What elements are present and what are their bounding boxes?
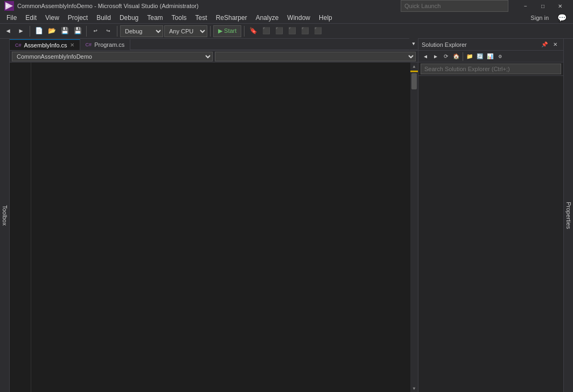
tab-scroll-button[interactable]: ▼ [409,38,418,50]
scroll-thumb[interactable] [411,73,417,89]
extra-button-3[interactable]: ⬛ [286,25,298,37]
vs-logo-icon [4,1,14,11]
forward-button[interactable]: ▶ [15,25,27,37]
tab-close-assemblyinfo[interactable]: ✕ [70,42,74,48]
toolbar-separator-2 [86,26,87,37]
toolbar-separator-5 [244,26,244,37]
menu-test[interactable]: Test [191,12,212,24]
se-refresh-btn[interactable]: 🔄 [475,52,485,61]
title-bar: CommonAssemblyInfoDemo - Microsoft Visua… [0,0,573,12]
se-header: Solution Explorer 📌 ✕ [418,39,563,51]
member-nav-dropdown[interactable] [215,52,416,61]
main-layout: Toolbox C# AssemblyInfo.cs ✕ C# Program.… [0,39,573,392]
properties-panel[interactable]: Properties [563,39,573,392]
menu-project[interactable]: Project [64,12,92,24]
svg-rect-1 [6,5,8,7]
close-button[interactable]: ✕ [551,0,569,12]
menu-edit[interactable]: Edit [21,12,41,24]
toolbox-panel[interactable]: Toolbox [0,39,10,392]
sign-in-button[interactable]: Sign in [526,12,553,24]
code-editor: ▲ ▼ [10,62,418,392]
extra-button-2[interactable]: ⬛ [273,25,285,37]
maximize-button[interactable]: □ [534,0,551,12]
window-controls: − □ ✕ [517,0,569,12]
toolbar-separator-1 [30,26,30,37]
se-search-input[interactable] [421,64,561,74]
se-forward-btn[interactable]: ▶ [431,52,441,61]
feedback-icon[interactable]: 💬 [553,12,571,24]
code-content[interactable] [31,62,410,392]
se-settings-btn[interactable]: ⚙ [495,52,505,61]
new-project-button[interactable]: 📄 [33,25,45,37]
se-pin-button[interactable]: 📌 [540,40,549,50]
toolbar-separator-3 [117,26,117,37]
cpu-config-dropdown[interactable]: Any CPU x86 x64 [164,25,207,37]
se-toolbar: ◀ ▶ ⟳ 🏠 📁 🔄 📊 ⚙ [418,51,563,62]
line-numbers [10,62,31,392]
csharp-icon-2: C# [86,42,92,47]
scroll-up-arrow[interactable]: ▲ [410,62,418,70]
toolbar-separator-4 [210,26,211,37]
code-nav-bar: CommonAssemblyInfoDemo [10,51,418,62]
save-button[interactable]: 💾 [59,25,71,37]
toolbar: ◀ ▶ 📄 📂 💾 💾 ↩ ↪ Debug Release Any CPU x8… [0,24,573,39]
type-nav-dropdown[interactable]: CommonAssemblyInfoDemo [12,52,213,61]
menu-view[interactable]: View [41,12,64,24]
undo-button[interactable]: ↩ [89,25,101,37]
menu-build[interactable]: Build [92,12,115,24]
menu-debug[interactable]: Debug [115,12,143,24]
se-back-btn[interactable]: ◀ [421,52,430,61]
tab-label-program: Program.cs [94,41,124,48]
tab-bar: C# AssemblyInfo.cs ✕ C# Program.cs ▼ [10,39,418,51]
extra-button-4[interactable]: ⬛ [299,25,311,37]
redo-button[interactable]: ↪ [102,25,114,37]
menu-analyze[interactable]: Analyze [251,12,283,24]
tab-label-assemblyinfo: AssemblyInfo.cs [24,42,67,48]
open-button[interactable]: 📂 [46,25,58,37]
extra-button-5[interactable]: ⬛ [312,25,324,37]
tab-assemblyinfo[interactable]: C# AssemblyInfo.cs ✕ [10,39,80,50]
menu-help[interactable]: Help [315,12,337,24]
quick-launch-input[interactable] [401,0,508,12]
debug-config-dropdown[interactable]: Debug Release [120,25,163,37]
se-collapse-btn[interactable]: 📊 [485,52,495,61]
solution-explorer: Solution Explorer 📌 ✕ ◀ ▶ ⟳ 🏠 📁 🔄 📊 ⚙ [418,39,563,392]
tab-program[interactable]: C# Program.cs [80,39,131,50]
editor-area: C# AssemblyInfo.cs ✕ C# Program.cs ▼ Com… [10,39,418,392]
csharp-icon-1: C# [15,43,22,48]
menu-file[interactable]: File [2,12,21,24]
bookmark-button[interactable]: 🔖 [247,25,259,37]
menu-resharper[interactable]: ReSharper [212,12,251,24]
scroll-down-arrow[interactable]: ▼ [410,384,418,392]
editor-scrollbar[interactable]: ▲ ▼ [410,62,418,392]
se-home-btn[interactable]: 🏠 [451,52,461,61]
menu-window[interactable]: Window [283,12,315,24]
start-button[interactable]: ▶ Start [213,25,241,37]
se-close-button[interactable]: ✕ [550,40,560,50]
se-title: Solution Explorer [422,41,467,48]
menu-tools[interactable]: Tools [167,12,191,24]
se-tree [418,76,563,392]
se-show-all-btn[interactable]: 📁 [465,52,474,61]
menu-team[interactable]: Team [143,12,167,24]
scroll-warning-indicator [410,71,418,72]
minimize-button[interactable]: − [517,0,534,12]
back-button[interactable]: ◀ [2,25,14,37]
save-all-button[interactable]: 💾 [72,25,83,37]
menu-bar: File Edit View Project Build Debug Team … [0,12,573,24]
extra-button-1[interactable]: ⬛ [260,25,272,37]
se-sync-btn[interactable]: ⟳ [441,52,451,61]
